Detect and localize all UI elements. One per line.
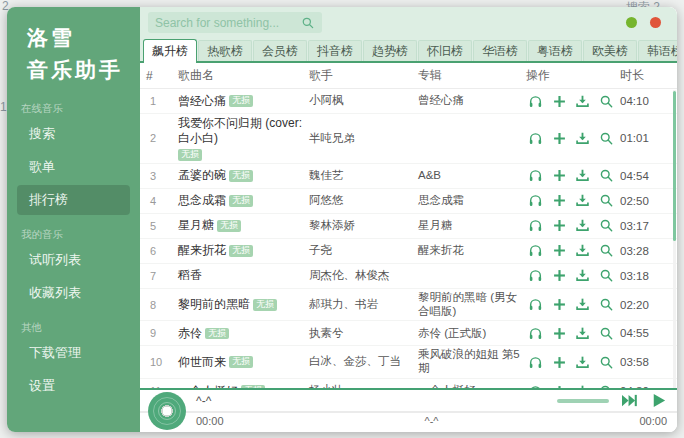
add-to-list-button[interactable] [552,297,567,312]
search-song-button[interactable] [599,193,614,208]
listen-button[interactable] [528,193,543,208]
minimize-button[interactable] [626,17,637,28]
listen-button[interactable] [528,355,543,370]
table-row[interactable]: 8 黎明前的黑暗 无损 郝琪力、书岩 黎明前的黑暗 (男女合唱版) [140,289,677,322]
search-input[interactable] [155,16,301,30]
chart-tab[interactable]: 怀旧榜 [418,40,472,61]
song-name-cell: 黎明前的黑暗 无损 [178,297,309,312]
listen-button[interactable] [528,268,543,283]
volume-slider[interactable] [557,399,609,403]
close-button[interactable] [650,17,661,28]
listen-button[interactable] [528,168,543,183]
table-row[interactable]: 9 赤伶 无损 执素兮 赤伶 (正式版) [140,321,677,346]
table-row[interactable]: 10 仰世而来 无损 白冰、金莎、丁当 乘风破浪的姐姐 第5期 [140,346,677,379]
chart-tab[interactable]: 欧美榜 [583,40,637,61]
lossless-badge: 无损 [205,328,229,340]
row-actions [526,326,620,341]
table-row[interactable]: 5 星月糖 无损 黎林添娇 星月糖 [140,214,677,239]
download-button[interactable] [575,193,590,208]
window-controls [626,17,669,28]
sidebar-item-试听列表[interactable]: 试听列表 [17,245,130,275]
app-title-line2: 音乐助手 [27,54,140,86]
search-song-button[interactable] [599,131,614,146]
add-icon [552,297,567,312]
download-button[interactable] [575,268,590,283]
add-to-list-button[interactable] [552,326,567,341]
play-icon[interactable] [650,392,667,409]
add-to-list-button[interactable] [552,131,567,146]
headphone-icon [528,326,543,341]
sidebar-item-搜索[interactable]: 搜索 [17,119,130,149]
table-row[interactable]: 3 孟婆的碗 无损 魏佳艺 A&B [140,164,677,189]
search-song-button[interactable] [599,243,614,258]
row-actions [526,297,620,312]
listen-button[interactable] [528,131,543,146]
add-to-list-button[interactable] [552,94,567,109]
download-button[interactable] [575,355,590,370]
download-button[interactable] [575,243,590,258]
duration-cell: 03:18 [620,270,677,282]
table-row[interactable]: 11 一个人挺好 无损 杨小壮 一个人挺好 [140,379,677,388]
add-to-list-button[interactable] [552,243,567,258]
sidebar-item-收藏列表[interactable]: 收藏列表 [17,278,130,308]
search-song-button[interactable] [599,355,614,370]
listen-button[interactable] [528,243,543,258]
chart-tab[interactable]: 韩语榜 [638,40,677,61]
chart-tab[interactable]: 粤语榜 [528,40,582,61]
search-icon [599,168,614,183]
add-icon [552,218,567,233]
table-row[interactable]: 2 我爱你不问归期 (cover: 白小白) 无损 半吨兄弟 [140,114,677,164]
add-to-list-button[interactable] [552,193,567,208]
add-to-list-button[interactable] [552,268,567,283]
listen-button[interactable] [528,218,543,233]
sidebar-item-排行榜[interactable]: 排行榜 [17,185,130,215]
listen-button[interactable] [528,94,543,109]
table-row[interactable]: 1 曾经心痛 无损 小阿枫 曾经心痛 [140,89,677,114]
next-track-icon[interactable] [621,393,638,408]
album-cell: 乘风破浪的姐姐 第5期 [418,348,526,376]
chart-tab[interactable]: 会员榜 [253,40,307,61]
download-button[interactable] [575,94,590,109]
search-song-button[interactable] [599,326,614,341]
table-row[interactable]: 6 醒来折花 无损 子尧 醒来折花 [140,239,677,264]
row-actions [526,94,620,109]
song-name: 曾经心痛 [178,94,226,109]
search-icon[interactable] [301,16,315,30]
row-actions [526,218,620,233]
listen-button[interactable] [528,326,543,341]
sidebar-item-歌单[interactable]: 歌单 [17,152,130,182]
add-to-list-button[interactable] [552,218,567,233]
chart-tab[interactable]: 华语榜 [473,40,527,61]
search-song-button[interactable] [599,218,614,233]
download-button[interactable] [575,168,590,183]
chart-tab[interactable]: 飙升榜 [143,39,197,63]
search-box[interactable] [148,12,322,33]
add-icon [552,243,567,258]
duration-cell: 03:17 [620,220,677,232]
search-song-button[interactable] [599,168,614,183]
col-duration: 时长 [620,67,677,84]
chart-tab[interactable]: 热歌榜 [198,40,252,61]
scrollbar-thumb[interactable] [673,91,676,241]
add-icon [552,131,567,146]
listen-button[interactable] [528,297,543,312]
download-button[interactable] [575,131,590,146]
chart-tab[interactable]: 抖音榜 [308,40,362,61]
sidebar-item-设置[interactable]: 设置 [17,371,130,401]
table-row[interactable]: 7 稻香 周杰伦、林俊杰 [140,264,677,289]
search-song-button[interactable] [599,297,614,312]
search-song-button[interactable] [599,268,614,283]
download-button[interactable] [575,218,590,233]
table-row[interactable]: 4 思念成霜 无损 阿悠悠 思念成霜 [140,189,677,214]
download-icon [575,131,590,146]
search-song-button[interactable] [599,94,614,109]
row-index: 9 [146,327,178,339]
sidebar-item-下载管理[interactable]: 下载管理 [17,338,130,368]
add-to-list-button[interactable] [552,168,567,183]
download-button[interactable] [575,326,590,341]
download-button[interactable] [575,297,590,312]
progress-bar[interactable] [140,411,677,413]
chart-tab[interactable]: 趋势榜 [363,40,417,61]
download-icon [575,243,590,258]
add-to-list-button[interactable] [552,355,567,370]
